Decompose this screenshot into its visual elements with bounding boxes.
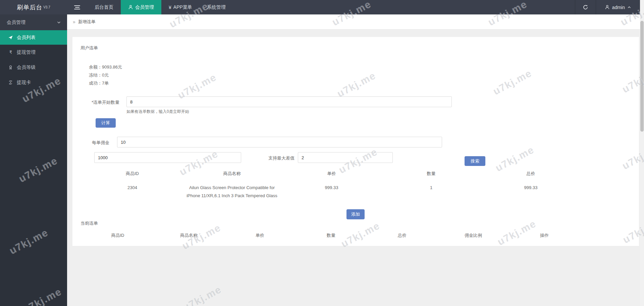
cell-quantity: 1 (381, 184, 481, 200)
balance-line: 余额：9093.86元 (89, 63, 122, 71)
admin-username: admin (612, 5, 625, 10)
content-area: » 新增连单 用户连单 余额：9093.86元 冻结：0元 成功：7单 *连单开… (67, 14, 640, 306)
chevron-up-icon (627, 5, 631, 9)
transfer-icon: $ (8, 80, 13, 85)
start-count-hint: 如果有连单数据，输入0是立即开始 (126, 109, 189, 115)
person-icon (128, 5, 133, 10)
max-diff-input[interactable] (298, 152, 393, 163)
sidebar-item-label: 提现管理 (17, 49, 36, 55)
col-product-id: 商品ID (82, 232, 153, 238)
col-unit-price: 单价 (224, 232, 296, 238)
tab-members[interactable]: 会员管理 (121, 0, 161, 14)
col-product-name: 商品名称 (153, 232, 224, 238)
tab-home[interactable]: 后台首页 (87, 0, 121, 14)
sidebar-item-member-level[interactable]: 会员等级 (0, 60, 67, 75)
app-version: V3.7 (43, 5, 50, 9)
cell-product-name: Ailun Glass Screen Protector Compatible … (182, 184, 282, 200)
calculate-button[interactable]: 计算 (96, 118, 116, 128)
sidebar-item-label: 会员列表 (17, 35, 36, 41)
tab-label: 会员管理 (135, 4, 154, 10)
col-commission-ratio: 佣金比例 (438, 232, 509, 238)
scrollbar-track (640, 0, 644, 306)
col-product-name: 商品名称 (182, 171, 282, 177)
rocket-icon (8, 35, 13, 40)
max-diff-label: 支持最大差值 (233, 155, 294, 161)
svg-text:$: $ (10, 81, 11, 84)
breadcrumb-label: 新增连单 (78, 19, 96, 25)
current-chain-title: 当前连单 (80, 220, 98, 226)
current-chain-table: 商品ID 商品名称 单价 数量 总价 佣金比例 操作 (82, 232, 580, 238)
tab-label: 后台首页 (95, 4, 113, 10)
balance-label: 余额： (89, 64, 102, 70)
admin-menu[interactable]: admin (596, 0, 640, 14)
scrollbar-thumb[interactable] (640, 21, 644, 132)
new-chain-order-panel: 用户连单 余额：9093.86元 冻结：0元 成功：7单 *连单开始数量 如果有… (72, 37, 639, 246)
sidebar: 会员管理 会员列表 ₹ 提现管理 会员等级 $ 提现卡 (0, 14, 67, 306)
search-button[interactable]: 搜索 (465, 156, 485, 166)
tab-label: APP菜单 (173, 4, 192, 10)
tab-label: 系统管理 (207, 4, 226, 10)
start-count-label: *连单开始数量 (72, 99, 119, 105)
commission-label: 每单佣金 (72, 140, 109, 146)
tab-app-menu[interactable]: ¥ APP菜单 (161, 0, 200, 14)
frozen-line: 冻结：0元 (89, 71, 122, 79)
col-unit-price: 单价 (282, 171, 381, 177)
breadcrumb-chevrons-icon: » (73, 19, 75, 25)
refresh-icon (583, 4, 588, 10)
col-quantity: 数量 (296, 232, 367, 238)
current-table-header-row: 商品ID 商品名称 单价 数量 总价 佣金比例 操作 (82, 232, 580, 238)
col-quantity: 数量 (381, 171, 481, 177)
hamburger-icon[interactable] (67, 0, 87, 14)
user-stats: 余额：9093.86元 冻结：0元 成功：7单 (89, 63, 122, 87)
sidebar-group-members[interactable]: 会员管理 (0, 14, 67, 30)
sidebar-item-withdraw-card[interactable]: $ 提现卡 (0, 75, 67, 90)
cell-total-price: 999.33 (481, 184, 581, 200)
col-total-price: 总价 (481, 171, 581, 177)
table-row: 2304 Ailun Glass Screen Protector Compat… (83, 184, 581, 200)
success-value: 7单 (102, 81, 109, 86)
chevron-down-icon (57, 20, 61, 25)
tab-system[interactable]: 系统管理 (200, 0, 233, 14)
yen-icon: ¥ (169, 5, 171, 10)
breadcrumb: » 新增连单 (67, 14, 640, 30)
col-product-id: 商品ID (83, 171, 182, 177)
cell-product-id: 2304 (83, 184, 182, 200)
top-nav: 后台首页 会员管理 ¥ APP菜单 系统管理 (87, 0, 233, 14)
frozen-label: 冻结： (89, 73, 102, 78)
topbar: 刷单后台 V3.7 后台首页 会员管理 ¥ APP菜单 系统管理 (0, 0, 640, 14)
product-table-header-row: 商品ID 商品名称 单价 数量 总价 (83, 171, 581, 177)
refresh-button[interactable] (575, 0, 596, 14)
app-title: 刷单后台 (17, 3, 42, 11)
topbar-right: admin (575, 0, 640, 14)
col-total-price: 总价 (367, 232, 438, 238)
col-actions: 操作 (509, 232, 580, 238)
app-logo: 刷单后台 V3.7 (0, 0, 67, 14)
product-table: 商品ID 商品名称 单价 数量 总价 2304 Ailun Glass Scre… (83, 171, 581, 200)
cell-unit-price: 999.33 (282, 184, 381, 200)
amount-input[interactable] (94, 152, 241, 163)
user-icon (605, 5, 610, 10)
start-count-input[interactable] (126, 96, 452, 107)
section-title: 用户连单 (80, 45, 98, 51)
sidebar-item-withdraw-mgmt[interactable]: ₹ 提现管理 (0, 45, 67, 60)
sidebar-item-label: 会员等级 (17, 64, 36, 71)
sidebar-item-label: 提现卡 (17, 80, 31, 86)
success-label: 成功： (89, 81, 102, 86)
sidebar-group-label: 会员管理 (7, 19, 25, 26)
frozen-value: 0元 (102, 73, 109, 78)
commission-input[interactable] (117, 137, 442, 147)
balance-value: 9093.86元 (102, 64, 122, 70)
add-button[interactable]: 添加 (346, 209, 365, 219)
sidebar-item-member-list[interactable]: 会员列表 (0, 30, 67, 45)
medal-icon (8, 65, 13, 70)
success-line: 成功：7单 (89, 79, 122, 87)
rupee-icon: ₹ (8, 50, 13, 55)
